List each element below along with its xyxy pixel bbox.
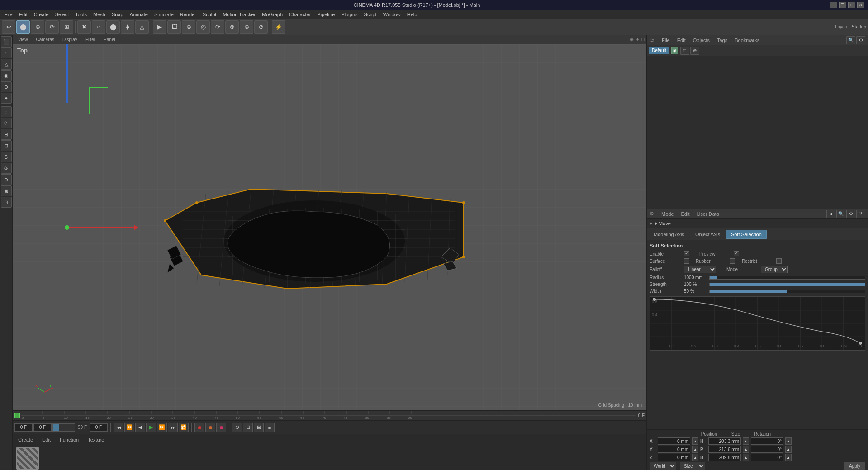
tab-soft-selection[interactable]: Soft Selection (726, 230, 767, 239)
frame-scrubber[interactable] (52, 423, 75, 432)
panel-settings[interactable]: ⚙ (856, 36, 865, 44)
menu-simulate[interactable]: Simulate (152, 11, 176, 18)
rot-b-input[interactable] (751, 454, 783, 461)
tab-create[interactable]: Create (14, 436, 37, 443)
panel-menu-edit[interactable]: Edit (675, 37, 688, 44)
lt-tool4[interactable]: ⟳ (1, 118, 12, 128)
pos-x-stepper[interactable]: ▲ (692, 437, 698, 445)
rot-h-input[interactable] (751, 437, 783, 445)
obj-tool2[interactable]: ⊕ (690, 47, 699, 55)
menu-render[interactable]: Render (177, 11, 199, 18)
pos-x-input[interactable] (658, 437, 690, 445)
tab-modeling-axis[interactable]: Modeling Axis (649, 230, 689, 239)
lt-tool8[interactable]: ⟳ (1, 163, 12, 174)
frame-start-input[interactable] (14, 423, 33, 432)
del-key-btn[interactable]: ⊠ (254, 423, 264, 432)
frame-end-input[interactable] (90, 423, 108, 432)
obj-tool1[interactable]: □ (680, 47, 689, 55)
record-rot-btn[interactable]: ⏺ (216, 423, 226, 432)
material-item[interactable]: material (16, 447, 39, 470)
tab-object-axis[interactable]: Object Axis (690, 230, 725, 239)
panel-menu-objects[interactable]: Objects (691, 37, 711, 44)
attr-menu-edit[interactable]: Edit (679, 210, 692, 218)
menu-pipeline[interactable]: Pipeline (314, 11, 337, 18)
play-reverse-btn[interactable]: ◀ (135, 423, 145, 432)
key-all-btn[interactable]: ⊕ (232, 423, 242, 432)
vp-tab-panel[interactable]: Panel (100, 37, 119, 43)
falloff-curve[interactable]: 0.8 0.4 0.1 0.2 0.3 0.4 0.5 0.6 0.7 0.8 … (650, 296, 865, 351)
tool13[interactable]: ⊘ (254, 20, 268, 34)
lt-tool2[interactable]: ✦ (1, 93, 12, 104)
vp-ctrl-3[interactable]: □ (641, 37, 645, 43)
move-button[interactable]: ⊕ (31, 20, 44, 34)
timeline-track[interactable]: 0 5 10 15 20 25 30 35 40 45 50 55 60 65 (21, 411, 636, 420)
tool3[interactable]: ✖ (77, 20, 91, 34)
rot-h-stepper[interactable]: ▲ (785, 437, 792, 445)
vp-ctrl-2[interactable]: ✦ (636, 37, 640, 43)
attr-left-arrow[interactable]: ◄ (826, 210, 835, 218)
menu-snap[interactable]: Snap (109, 11, 126, 18)
panel-menu-tags[interactable]: Tags (715, 37, 729, 44)
pos-y-input[interactable] (658, 446, 690, 453)
record-btn[interactable]: ⏺ (194, 423, 204, 432)
tool6[interactable]: ⧫ (121, 20, 134, 34)
origin-handle[interactable] (65, 225, 69, 230)
surface-checkbox[interactable] (684, 258, 689, 264)
radius-slider[interactable] (709, 276, 865, 280)
tool7[interactable]: △ (135, 20, 149, 34)
attr-search[interactable]: 🔍 (836, 210, 845, 218)
menu-animate[interactable]: Animate (127, 11, 151, 18)
rubber-checkbox[interactable] (730, 258, 735, 264)
menu-mograph[interactable]: MoGraph (259, 11, 285, 18)
enable-checkbox[interactable] (684, 251, 689, 256)
tool4[interactable]: ○ (92, 20, 105, 34)
undo-button[interactable]: ↩ (2, 20, 15, 34)
menu-motion-tracker[interactable]: Motion Tracker (220, 11, 258, 18)
lt-tool7[interactable]: $ (1, 152, 12, 162)
lt-tool11[interactable]: ⊡ (1, 197, 12, 208)
rotate-button[interactable]: ⟳ (45, 20, 59, 34)
record-pos-btn[interactable]: ⏺ (205, 423, 215, 432)
vp-ctrl-1[interactable]: ⊕ (630, 37, 634, 43)
strength-slider[interactable] (709, 283, 865, 286)
goto-end-btn[interactable]: ⏭ (168, 423, 178, 432)
objects-color-dot[interactable]: ◉ (671, 47, 678, 54)
tool10[interactable]: ⟳ (211, 20, 224, 34)
panel-menu-bookmarks[interactable]: Bookmarks (733, 37, 761, 44)
apply-button[interactable]: Apply (844, 462, 865, 470)
size-y-input[interactable] (708, 446, 741, 453)
size-system-dropdown[interactable]: Size Scale (680, 462, 705, 470)
pos-z-input[interactable] (658, 454, 690, 461)
next-frame-btn[interactable]: ⏩ (157, 423, 167, 432)
goto-start-btn[interactable]: ⏮ (114, 423, 123, 432)
lt-select[interactable]: ⬛ (1, 36, 12, 47)
tool14[interactable]: ⚡ (272, 20, 285, 34)
tool11[interactable]: ⊗ (225, 20, 239, 34)
menu-file[interactable]: File (2, 11, 15, 18)
tool12[interactable]: ⊕ (240, 20, 253, 34)
loop-btn[interactable]: 🔁 (179, 423, 189, 432)
vp-tab-cameras[interactable]: Cameras (33, 37, 58, 43)
tool5[interactable]: ⬤ (106, 20, 120, 34)
close-button[interactable]: ✕ (857, 2, 864, 8)
attr-help[interactable]: ? (856, 210, 865, 218)
minimize-button[interactable]: _ (830, 2, 837, 8)
menu-sculpt[interactable]: Sculpt (200, 11, 219, 18)
tool8[interactable]: ⊕ (182, 20, 195, 34)
lt-tool9[interactable]: ⊕ (1, 174, 12, 185)
attr-settings[interactable]: ⚙ (846, 210, 855, 218)
menu-character[interactable]: Character (286, 11, 313, 18)
tab-edit[interactable]: Edit (38, 436, 54, 443)
menu-mesh[interactable]: Mesh (90, 11, 108, 18)
timeline-options-btn[interactable]: ≡ (265, 423, 275, 432)
size-y-stepper[interactable]: ▲ (743, 446, 749, 453)
lt-tool5[interactable]: ⊞ (1, 129, 12, 140)
play-btn[interactable]: ▶ (146, 423, 156, 432)
lt-scale[interactable]: ◉ (1, 70, 12, 81)
preview-checkbox[interactable] (734, 251, 739, 256)
vp-tab-view[interactable]: View (14, 37, 32, 43)
lt-move[interactable]: ○ (1, 47, 12, 58)
coord-system-dropdown[interactable]: World Object (650, 462, 676, 470)
rot-p-stepper[interactable]: ▲ (785, 446, 792, 453)
attr-menu-userdata[interactable]: User Data (695, 210, 721, 218)
